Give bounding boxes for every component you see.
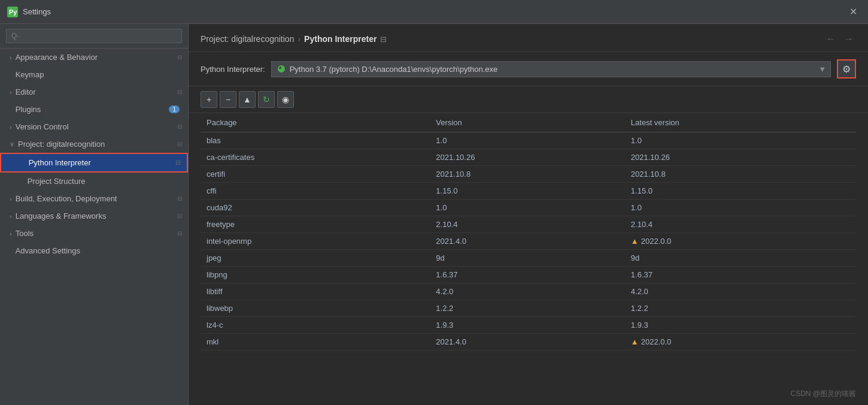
package-name: cuda92: [201, 200, 430, 216]
window-title: Settings: [23, 7, 51, 16]
packages-table-wrapper: Package Version Latest version blas1.01.…: [189, 113, 868, 405]
upgrade-arrow: ▲: [631, 337, 639, 346]
refresh-button[interactable]: ↻: [258, 91, 275, 108]
add-package-button[interactable]: +: [201, 91, 217, 108]
table-row[interactable]: cffi1.15.01.15.0: [201, 183, 856, 200]
package-latest: 1.15.0: [625, 183, 856, 200]
package-version: 9d: [430, 250, 624, 267]
interpreter-select[interactable]: Python 3.7 (pytorch) D:\Anaconda1\envs\p…: [271, 61, 831, 77]
upgrade-package-button[interactable]: ▲: [239, 91, 256, 108]
show-all-button[interactable]: ◉: [277, 91, 294, 108]
expand-arrow: ›: [10, 213, 12, 220]
sidebar-item-label: Appearance & Behavior: [16, 53, 177, 62]
sidebar-item-project-structure[interactable]: ›Project Structure: [0, 173, 188, 190]
table-row[interactable]: jpeg9d9d: [201, 250, 856, 267]
package-version: 1.6.37: [430, 267, 624, 283]
package-latest: ▲2022.0.0: [625, 233, 856, 250]
package-name: blas: [201, 132, 430, 149]
sidebar-item-advanced[interactable]: ›Advanced Settings: [0, 242, 188, 259]
gear-button[interactable]: ⚙: [837, 59, 856, 78]
table-row[interactable]: cuda921.01.0: [201, 200, 856, 216]
package-latest: 2.10.4: [625, 216, 856, 233]
sidebar-item-label: Python Interpreter: [29, 158, 175, 167]
table-row[interactable]: mkl2021.4.0▲2022.0.0: [201, 334, 856, 350]
package-name: intel-openmp: [201, 233, 430, 250]
sidebar-item-label: Languages & Frameworks: [16, 211, 177, 220]
minus-icon: −: [226, 95, 230, 104]
package-name: freetype: [201, 216, 430, 233]
table-row[interactable]: intel-openmp2021.4.0▲2022.0.0: [201, 233, 856, 250]
table-row[interactable]: blas1.01.0: [201, 132, 856, 149]
package-name: libpng: [201, 267, 430, 283]
expand-arrow: ∨: [10, 140, 14, 148]
packages-toolbar: + − ▲ ↻ ◉: [189, 86, 868, 113]
col-package: Package: [201, 113, 430, 132]
table-row[interactable]: libpng1.6.371.6.37: [201, 267, 856, 283]
package-version: 1.2.2: [430, 300, 624, 317]
active-icon: ⊟: [175, 159, 181, 167]
package-name: libtiff: [201, 283, 430, 300]
sidebar-item-build[interactable]: ›Build, Execution, Deployment⊟: [0, 190, 188, 207]
interpreter-value: Python 3.7 (pytorch) D:\Anaconda1\envs\p…: [290, 65, 498, 74]
sidebar-item-python-interpreter[interactable]: ›Python Interpreter⊟: [0, 153, 188, 173]
upgrade-arrow: ▲: [631, 237, 639, 246]
breadcrumb-project: Project: digitalrecognition: [201, 34, 294, 44]
table-row[interactable]: libtiff4.2.04.2.0: [201, 283, 856, 300]
sidebar-item-appearance[interactable]: ›Appearance & Behavior⊟: [0, 49, 188, 66]
package-version: 1.9.3: [430, 317, 624, 334]
table-row[interactable]: certifi2021.10.82021.10.8: [201, 166, 856, 183]
titlebar-left: Py Settings: [7, 7, 51, 17]
package-latest: ▲2022.0.0: [625, 334, 856, 350]
main-layout: ›Appearance & Behavior⊟›Keymap›Editor⊟›P…: [0, 24, 868, 405]
interpreter-label: Python Interpreter:: [201, 65, 265, 74]
sidebar-item-project[interactable]: ∨Project: digitalrecognition⊟: [0, 135, 188, 153]
content-area: Project: digitalrecognition › Python Int…: [189, 24, 868, 405]
package-latest: 9d: [625, 250, 856, 267]
titlebar-controls: ✕: [846, 5, 861, 19]
sidebar-item-plugins[interactable]: ›Plugins1: [0, 101, 188, 118]
col-version: Version: [430, 113, 624, 132]
package-latest: 1.2.2: [625, 300, 856, 317]
table-row[interactable]: freetype2.10.42.10.4: [201, 216, 856, 233]
remove-package-button[interactable]: −: [220, 91, 236, 108]
packages-table: Package Version Latest version blas1.01.…: [201, 113, 856, 350]
up-icon: ▲: [243, 95, 251, 104]
package-version: 2021.4.0: [430, 233, 624, 250]
sidebar-item-tools[interactable]: ›Tools⊟: [0, 225, 188, 242]
sidebar-item-languages[interactable]: ›Languages & Frameworks⊟: [0, 207, 188, 225]
package-version: 2.10.4: [430, 216, 624, 233]
package-name: mkl: [201, 334, 430, 350]
sidebar-item-version-control[interactable]: ›Version Control⊟: [0, 118, 188, 135]
sidebar-item-label: Version Control: [16, 122, 177, 131]
back-arrow[interactable]: ←: [824, 32, 838, 46]
breadcrumb-current: Python Interpreter: [304, 34, 377, 44]
package-version: 1.0: [430, 132, 624, 149]
titlebar: Py Settings ✕: [0, 0, 868, 24]
interpreter-row: Python Interpreter: Python 3.7 (pytorch)…: [189, 52, 868, 86]
package-latest: 1.9.3: [625, 317, 856, 334]
forward-arrow[interactable]: →: [842, 32, 856, 46]
breadcrumb-bar: Project: digitalrecognition › Python Int…: [189, 24, 868, 52]
search-input[interactable]: [6, 29, 182, 43]
package-version: 2021.10.26: [430, 149, 624, 166]
package-version: 2021.10.8: [430, 166, 624, 183]
sidebar-item-label: Editor: [16, 87, 177, 96]
dropdown-arrow: ▼: [818, 65, 826, 74]
settings-icon: ⊟: [177, 54, 182, 61]
table-row[interactable]: lz4-c1.9.31.9.3: [201, 317, 856, 334]
table-row[interactable]: ca-certificates2021.10.262021.10.26: [201, 149, 856, 166]
plus-icon: +: [207, 95, 211, 104]
package-latest: 1.0: [625, 132, 856, 149]
refresh-icon: ↻: [263, 95, 270, 104]
table-row[interactable]: libwebp1.2.21.2.2: [201, 300, 856, 317]
package-name: libwebp: [201, 300, 430, 317]
settings-icon: ⊟: [177, 230, 182, 237]
close-button[interactable]: ✕: [846, 5, 861, 19]
sidebar-nav: ›Appearance & Behavior⊟›Keymap›Editor⊟›P…: [0, 49, 188, 405]
sidebar-item-editor[interactable]: ›Editor⊟: [0, 83, 188, 101]
sidebar-item-keymap[interactable]: ›Keymap: [0, 66, 188, 83]
package-name: jpeg: [201, 250, 430, 267]
expand-arrow: ›: [10, 123, 12, 131]
search-bar: [0, 24, 188, 49]
settings-icon: ⊟: [177, 123, 182, 130]
